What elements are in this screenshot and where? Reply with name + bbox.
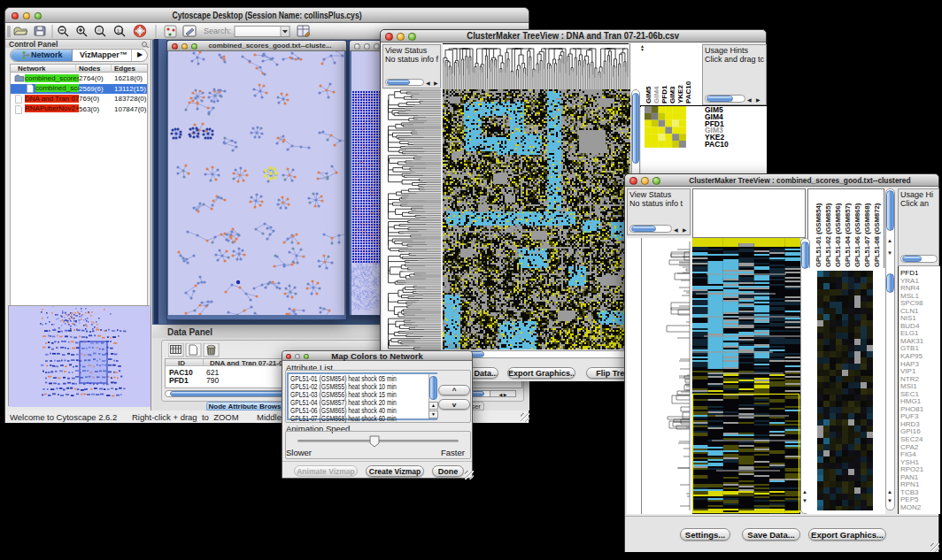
svg-text:1:1: 1:1 xyxy=(117,28,123,34)
svg-text:Search:: Search: xyxy=(204,27,231,35)
